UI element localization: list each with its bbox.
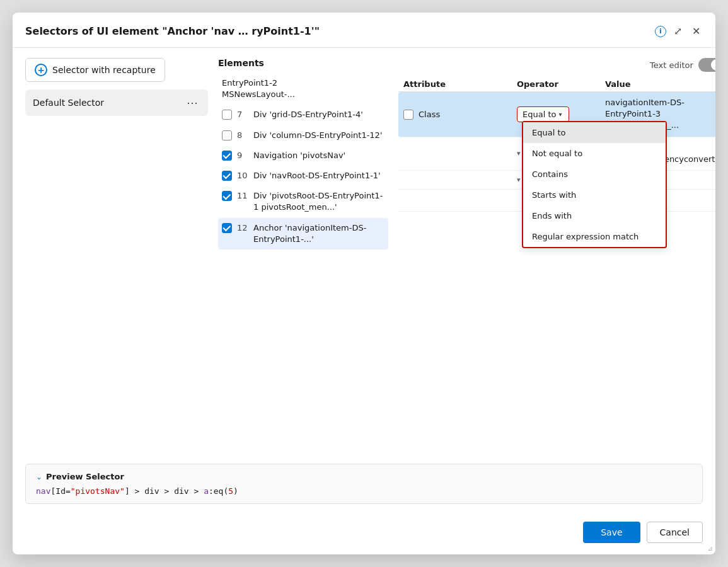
code-part: Id: [55, 486, 66, 496]
element-item[interactable]: 11Div 'pivotsRoot-DS-EntryPoint1-1 pivot…: [218, 186, 388, 217]
close-button[interactable]: ✕: [690, 23, 703, 40]
text-editor-toggle[interactable]: [698, 58, 715, 72]
code-part: >: [189, 486, 204, 496]
element-item[interactable]: 10Div 'navRoot-DS-EntryPoint1-1': [218, 166, 388, 186]
code-part: nav: [36, 486, 50, 496]
element-number: 12: [237, 223, 248, 232]
resize-handle[interactable]: ⊿: [708, 545, 713, 552]
code-part: "pivotsNav": [71, 486, 125, 496]
element-item[interactable]: 8Div 'column-DS-EntryPoint1-12': [218, 125, 388, 146]
element-label: Div 'navRoot-DS-EntryPoint1-1': [253, 170, 381, 181]
right-panel: Text editor Attribute Operator Value Cla…: [398, 58, 715, 444]
preview-chevron-icon[interactable]: ⌄: [36, 472, 42, 481]
save-button[interactable]: Save: [583, 522, 640, 543]
elements-list: EntryPoint1-2 MSNewsLayout-...7Div 'grid…: [218, 73, 388, 249]
element-item[interactable]: EntryPoint1-2 MSNewsLayout-...: [218, 73, 388, 105]
operator-dropdown-class[interactable]: Equal to ▾: [517, 106, 569, 122]
code-part: div: [174, 486, 188, 496]
add-selector-label: Selector with recapture: [52, 65, 156, 75]
dropdown-item[interactable]: Not equal to: [523, 143, 666, 164]
dialog-footer: Save Cancel: [13, 514, 715, 554]
operator-dropdown-menu: Equal toNot equal toContainsStarts withE…: [522, 121, 667, 248]
element-item[interactable]: 12Anchor 'navigationItem-DS-EntryPoint1-…: [218, 218, 388, 249]
element-label: Anchor 'navigationItem-DS-EntryPoint1-..…: [253, 222, 384, 245]
preview-code: nav[Id="pivotsNav"] > div > div > a:eq(5…: [36, 486, 692, 496]
chevron-icon-href[interactable]: ▾: [517, 149, 521, 158]
element-label: EntryPoint1-2 MSNewsLayout-...: [222, 77, 295, 100]
attr-col-header: Attribute: [403, 79, 517, 89]
attr-cell-class: Class: [403, 109, 517, 120]
plus-circle-icon: +: [35, 64, 47, 76]
code-part: a: [204, 486, 209, 496]
element-label: Div 'pivotsRoot-DS-EntryPoint1-1 pivotsR…: [253, 190, 384, 213]
cancel-button[interactable]: Cancel: [647, 522, 703, 543]
attr-table-header: Attribute Operator Value: [398, 77, 715, 92]
attr-checkbox-class[interactable]: [403, 110, 413, 120]
operator-cell-class: Equal to ▾: [517, 106, 605, 122]
dialog-header: Selectors of UI element "Anchor 'nav … r…: [13, 13, 715, 48]
dropdown-item[interactable]: Starts with: [523, 185, 666, 205]
dropdown-item[interactable]: Regular expression match: [523, 226, 666, 247]
code-part: div: [144, 486, 159, 496]
code-part: ]: [125, 486, 130, 496]
element-label: Div 'column-DS-EntryPoint1-12': [253, 130, 382, 141]
dropdown-item[interactable]: Ends with: [523, 205, 666, 226]
element-number: 11: [237, 191, 248, 200]
middle-panel: Elements EntryPoint1-2 MSNewsLayout-...7…: [218, 58, 388, 444]
value-col-header: Value: [605, 79, 715, 89]
selector-item-label: Default Selector: [33, 98, 104, 108]
main-dialog: Selectors of UI element "Anchor 'nav … r…: [13, 13, 715, 554]
selector-options-button[interactable]: ⋯: [184, 94, 200, 111]
element-checkbox[interactable]: [222, 110, 232, 120]
chevron-down-icon: ▾: [558, 111, 562, 118]
header-actions: ⤢ ✕: [671, 23, 703, 40]
dropdown-item[interactable]: Contains: [523, 164, 666, 185]
text-editor-label: Text editor: [650, 60, 693, 70]
element-checkbox[interactable]: [222, 130, 232, 140]
element-number: 7: [237, 110, 248, 119]
expand-button[interactable]: ⤢: [671, 23, 685, 40]
element-number: 9: [237, 151, 248, 160]
element-number: 10: [237, 171, 248, 180]
element-item[interactable]: 7Div 'grid-DS-EntryPoint1-4': [218, 105, 388, 125]
code-part: =: [66, 486, 71, 496]
add-selector-button[interactable]: + Selector with recapture: [25, 58, 165, 82]
element-number: 8: [237, 130, 248, 140]
default-selector-item[interactable]: Default Selector ⋯: [25, 89, 208, 116]
code-part: >: [159, 486, 174, 496]
operator-value-class: Equal to: [523, 110, 556, 119]
element-label: Div 'grid-DS-EntryPoint1-4': [253, 109, 363, 120]
operator-col-header: Operator: [517, 79, 605, 89]
code-part: :eq(: [209, 486, 228, 496]
code-part: >: [130, 486, 144, 496]
element-checkbox[interactable]: [222, 171, 232, 181]
preview-section: ⌄ Preview Selector nav[Id="pivotsNav"] >…: [25, 464, 703, 504]
elements-panel-title: Elements: [218, 58, 388, 73]
left-panel: + Selector with recapture Default Select…: [25, 58, 208, 444]
attr-label-class: Class: [419, 110, 440, 119]
text-editor-row: Text editor: [398, 58, 715, 77]
code-part: 5: [228, 486, 233, 496]
element-checkbox[interactable]: [222, 151, 232, 161]
info-icon[interactable]: i: [655, 26, 666, 37]
element-checkbox[interactable]: [222, 191, 232, 201]
code-part: ): [233, 486, 238, 496]
chevron-icon-3[interactable]: ▾: [517, 176, 521, 184]
dialog-title: Selectors of UI element "Anchor 'nav … r…: [25, 25, 650, 37]
element-checkbox[interactable]: [222, 223, 232, 233]
dropdown-item[interactable]: Equal to: [523, 122, 666, 143]
element-item[interactable]: 9Navigation 'pivotsNav': [218, 146, 388, 166]
dialog-body: + Selector with recapture Default Select…: [13, 48, 715, 454]
element-label: Navigation 'pivotsNav': [253, 150, 345, 161]
preview-title-row: ⌄ Preview Selector: [36, 472, 692, 481]
preview-title: Preview Selector: [46, 472, 124, 481]
